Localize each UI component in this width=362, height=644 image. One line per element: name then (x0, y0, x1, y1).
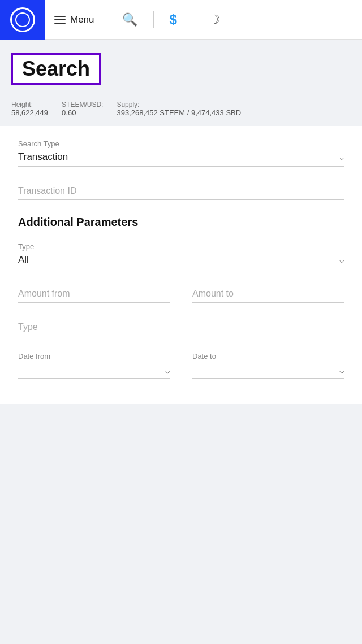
type-chevron-icon: ⌵ (339, 255, 344, 264)
amount-to-input[interactable] (192, 285, 344, 303)
chevron-down-icon: ⌵ (339, 153, 344, 162)
stat-steem-usd: STEEM/USD: 0.60 (62, 101, 103, 117)
main-content: Search Type Transaction ⌵ Additional Par… (0, 126, 362, 404)
logo-icon (10, 7, 35, 32)
height-value: 58,622,449 (11, 108, 48, 117)
hamburger-icon (54, 16, 66, 24)
menu-button[interactable]: Menu (54, 14, 94, 25)
search-button[interactable]: 🔍 (118, 10, 142, 29)
header-divider-1 (106, 11, 106, 28)
supply-value: 393,268,452 STEEM / 9,474,433 SBD (117, 108, 241, 117)
stat-height: Height: 58,622,449 (11, 101, 48, 117)
date-to-chevron-icon: ⌵ (339, 366, 344, 375)
type-group: Type All ⌵ (18, 242, 344, 269)
transaction-id-input[interactable] (18, 182, 344, 200)
search-type-group: Search Type Transaction ⌵ (18, 140, 344, 167)
date-from-chevron-icon: ⌵ (165, 366, 170, 375)
date-to-label: Date to (192, 352, 344, 360)
search-banner: Search (0, 40, 362, 96)
search-type-label: Search Type (18, 140, 344, 148)
search-type-select[interactable]: Transaction ⌵ (18, 151, 344, 167)
dark-mode-button[interactable]: ☽ (205, 10, 225, 29)
height-label: Height: (11, 101, 48, 108)
amount-to-col (192, 285, 344, 303)
date-from-select[interactable]: ⌵ (18, 366, 170, 379)
type-input[interactable] (18, 319, 344, 336)
amount-from-col (18, 285, 170, 303)
stat-supply: Supply: 393,268,452 STEEM / 9,474,433 SB… (117, 101, 241, 117)
additional-params-title: Additional Parameters (18, 216, 344, 229)
type-display[interactable]: All ⌵ (18, 254, 344, 266)
header-divider-2 (153, 11, 154, 28)
transaction-id-group (18, 182, 344, 200)
search-type-display[interactable]: Transaction ⌵ (18, 151, 344, 163)
search-type-value: Transaction (18, 151, 68, 163)
date-to-col: Date to ⌵ (192, 352, 344, 379)
type-select[interactable]: All ⌵ (18, 254, 344, 269)
menu-label: Menu (70, 14, 94, 25)
date-from-label: Date from (18, 352, 170, 360)
app-header: Menu 🔍 $ ☽ (0, 0, 362, 40)
date-row: Date from ⌵ Date to ⌵ (18, 352, 344, 379)
steem-usd-value: 0.60 (62, 108, 103, 117)
steem-usd-label: STEEM/USD: (62, 101, 103, 108)
amount-from-input[interactable] (18, 285, 170, 303)
page-title: Search (11, 53, 101, 85)
supply-label: Supply: (117, 101, 241, 108)
logo-box (0, 0, 45, 40)
stats-bar: Height: 58,622,449 STEEM/USD: 0.60 Suppl… (0, 96, 362, 126)
dollar-button[interactable]: $ (165, 10, 182, 30)
date-from-col: Date from ⌵ (18, 352, 170, 379)
header-divider-3 (193, 11, 193, 28)
type-input-group (18, 319, 344, 336)
amount-row (18, 285, 344, 303)
type-label: Type (18, 242, 344, 251)
header-nav: Menu 🔍 $ ☽ (45, 10, 362, 30)
type-value: All (18, 254, 29, 266)
date-to-select[interactable]: ⌵ (192, 366, 344, 379)
